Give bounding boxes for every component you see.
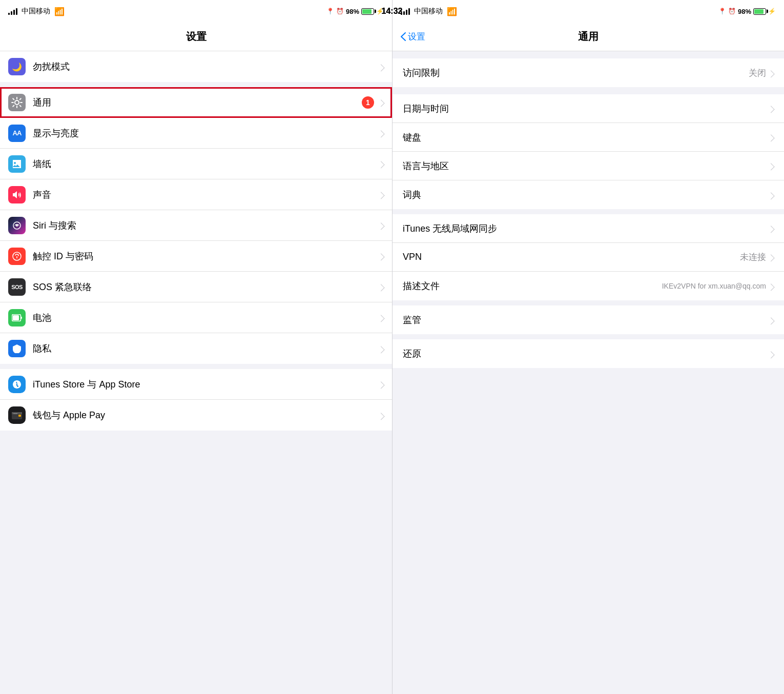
sidebar-item-wallpaper[interactable]: 墙纸 xyxy=(0,149,392,179)
right-nav-bar: 设置 通用 xyxy=(393,23,784,51)
reset-chevron xyxy=(769,350,774,358)
access-restrictions-label: 访问限制 xyxy=(403,67,749,79)
display-label: 显示与亮度 xyxy=(33,127,379,139)
siri-label: Siri 与搜索 xyxy=(33,219,379,232)
language-region-chevron xyxy=(769,162,774,170)
access-restrictions-value: 关闭 xyxy=(749,67,766,79)
right-spacer0 xyxy=(393,51,784,56)
sidebar-item-itunes[interactable]: iTunes Store 与 App Store xyxy=(0,369,392,400)
right-spacer2 xyxy=(393,209,784,214)
sidebar-item-privacy[interactable]: 隐私 xyxy=(0,333,392,364)
right-status-bar: 中国移动 📶 14:33 📍 ⏰ 98% ⚡ xyxy=(393,0,784,23)
keyboard-chevron xyxy=(769,133,774,141)
left-nav-bar: 设置 xyxy=(0,23,392,51)
right-carrier-label: 中国移动 xyxy=(414,7,443,16)
dictionary-item[interactable]: 词典 xyxy=(393,180,784,209)
sidebar-item-battery[interactable]: 电池 xyxy=(0,302,392,333)
dictionary-label: 词典 xyxy=(403,189,769,201)
right-status-right: 📍 ⏰ 98% ⚡ xyxy=(718,8,776,15)
keyboard-label: 键盘 xyxy=(403,131,769,144)
general-icon xyxy=(8,94,26,111)
left-status-left: 中国移动 📶 xyxy=(8,7,65,16)
itunes-label: iTunes Store 与 App Store xyxy=(33,378,379,391)
back-label: 设置 xyxy=(408,31,425,43)
date-keyboard-group: 日期与时间 键盘 语言与地区 词典 xyxy=(393,94,784,209)
profiles-label: 描述文件 xyxy=(403,280,662,292)
general-label: 通用 xyxy=(33,96,362,109)
itunes-sync-chevron xyxy=(769,224,774,232)
touch-id-label: 触控 ID 与密码 xyxy=(33,250,379,262)
right-battery-icon xyxy=(753,8,766,15)
sidebar-item-wallet[interactable]: 钱包与 Apple Pay xyxy=(0,400,392,431)
dictionary-chevron xyxy=(769,191,774,199)
date-time-label: 日期与时间 xyxy=(403,103,769,115)
do-not-disturb-icon: 🌙 xyxy=(8,58,26,75)
sos-label: SOS 紧急联络 xyxy=(33,281,379,293)
left-list-content: 🌙 勿扰模式 通用 1 xyxy=(0,51,392,694)
general-badge: 1 xyxy=(362,96,374,109)
right-charging-icon: ⚡ xyxy=(768,8,776,15)
supervision-group: 监管 xyxy=(393,305,784,334)
right-alarm-icon: ⏰ xyxy=(728,8,736,15)
right-panel: 中国移动 📶 14:33 📍 ⏰ 98% ⚡ 设置 通用 访问限制 关闭 xyxy=(392,0,784,694)
siri-chevron xyxy=(379,221,384,229)
sidebar-item-display[interactable]: AA 显示与亮度 xyxy=(0,118,392,149)
wifi-icon: 📶 xyxy=(54,7,65,16)
general-chevron xyxy=(379,98,384,106)
back-button[interactable]: 设置 xyxy=(401,31,425,43)
sos-icon: SOS xyxy=(8,278,26,296)
sos-chevron xyxy=(379,283,384,291)
wallet-label: 钱包与 Apple Pay xyxy=(33,409,379,421)
restrictions-group: 访问限制 关闭 xyxy=(393,58,784,87)
right-spacer4 xyxy=(393,334,784,339)
battery-chevron xyxy=(379,314,384,321)
spacer2 xyxy=(0,364,392,369)
do-not-disturb-label: 勿扰模式 xyxy=(33,60,379,73)
left-status-right: 📍 ⏰ 98% ⚡ xyxy=(326,8,384,15)
carrier-label: 中国移动 xyxy=(22,7,50,16)
profiles-item[interactable]: 描述文件 IKEv2VPN for xm.xuan@qq.com xyxy=(393,272,784,300)
right-time: 14:33 xyxy=(392,7,402,16)
vpn-label: VPN xyxy=(403,252,740,262)
itunes-vpn-group: iTunes 无线局域网同步 VPN 未连接 描述文件 IKEv2VPN for… xyxy=(393,214,784,300)
wallpaper-label: 墙纸 xyxy=(33,158,379,170)
sounds-icon xyxy=(8,186,26,203)
keyboard-item[interactable]: 键盘 xyxy=(393,123,784,152)
wallpaper-chevron xyxy=(379,160,384,168)
wallet-icon xyxy=(8,406,26,424)
vpn-item[interactable]: VPN 未连接 xyxy=(393,243,784,272)
itunes-sync-item[interactable]: iTunes 无线局域网同步 xyxy=(393,214,784,243)
date-time-item[interactable]: 日期与时间 xyxy=(393,94,784,123)
svg-rect-7 xyxy=(18,415,21,417)
right-wifi-icon: 📶 xyxy=(447,7,457,16)
sidebar-item-sounds[interactable]: 声音 xyxy=(0,179,392,210)
chevron-icon xyxy=(379,63,384,71)
language-region-item[interactable]: 语言与地区 xyxy=(393,152,784,180)
left-top-group: 🌙 勿扰模式 xyxy=(0,51,392,82)
right-spacer1 xyxy=(393,89,784,94)
signal-icon xyxy=(8,8,17,15)
battery-icon xyxy=(361,8,374,15)
supervision-chevron xyxy=(769,316,774,324)
itunes-chevron xyxy=(379,380,384,388)
date-time-chevron xyxy=(769,105,774,112)
sidebar-item-do-not-disturb[interactable]: 🌙 勿扰模式 xyxy=(0,51,392,82)
access-restrictions-item[interactable]: 访问限制 关闭 xyxy=(393,58,784,87)
right-title: 通用 xyxy=(578,30,599,44)
location-icon: 📍 xyxy=(326,8,334,15)
battery-list-icon xyxy=(8,309,26,326)
sidebar-item-general[interactable]: 通用 1 xyxy=(0,87,392,118)
wallet-chevron xyxy=(379,412,384,419)
right-battery-label: 98% xyxy=(738,8,751,15)
sidebar-item-touch-id[interactable]: 触控 ID 与密码 xyxy=(0,241,392,272)
siri-icon xyxy=(8,217,26,234)
itunes-sync-label: iTunes 无线局域网同步 xyxy=(403,222,769,235)
battery-label-item: 电池 xyxy=(33,312,379,324)
sidebar-item-siri[interactable]: Siri 与搜索 xyxy=(0,210,392,241)
profiles-chevron xyxy=(769,282,774,290)
supervision-item[interactable]: 监管 xyxy=(393,305,784,334)
reset-label: 还原 xyxy=(403,348,769,360)
spacer1 xyxy=(0,82,392,87)
reset-item[interactable]: 还原 xyxy=(393,339,784,368)
sidebar-item-sos[interactable]: SOS SOS 紧急联络 xyxy=(0,272,392,302)
